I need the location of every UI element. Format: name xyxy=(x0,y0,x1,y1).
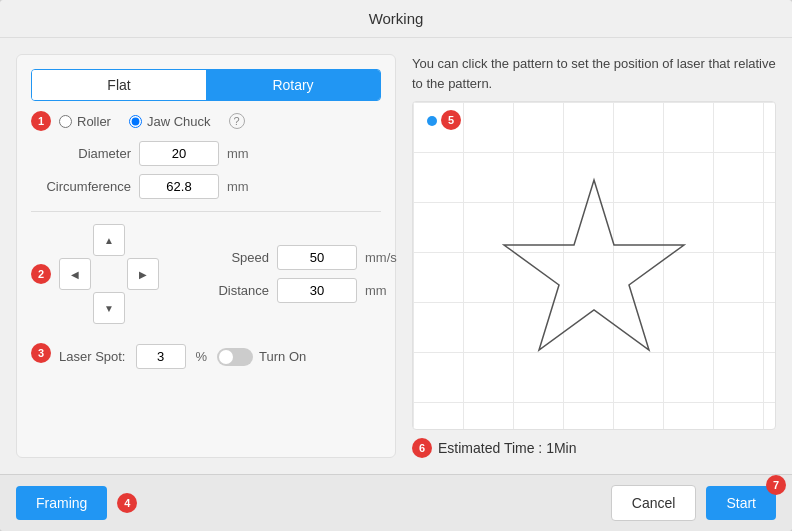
svg-marker-0 xyxy=(504,180,684,350)
jog-up-button[interactable]: ▲ xyxy=(93,224,125,256)
speed-input[interactable] xyxy=(277,245,357,270)
help-icon[interactable]: ? xyxy=(229,113,245,129)
jog-left-button[interactable]: ◀ xyxy=(59,258,91,290)
footer-right: Cancel Start 7 xyxy=(611,485,776,521)
distance-row: Distance mm xyxy=(179,278,397,303)
tab-rotary[interactable]: Rotary xyxy=(206,70,380,100)
badge-5: 5 xyxy=(441,110,461,130)
dimensions-section: Diameter mm Circumference mm xyxy=(31,141,381,199)
joystick-speed-row: 2 ▲ ◀ ▶ ▼ Speed xyxy=(31,224,381,324)
circumference-input[interactable] xyxy=(139,174,219,199)
diameter-unit: mm xyxy=(227,146,249,161)
joystick-empty-tl xyxy=(59,224,91,256)
roller-radio[interactable] xyxy=(59,115,72,128)
estimated-time: 6 Estimated Time : 1Min xyxy=(412,438,776,458)
roller-option[interactable]: Roller xyxy=(59,114,111,129)
toggle-thumb xyxy=(219,350,233,364)
laser-spot-row: 3 Laser Spot: % Turn On xyxy=(31,336,381,369)
badge-4: 4 xyxy=(117,493,137,513)
canvas-area[interactable]: 5 xyxy=(412,101,776,430)
circumference-label: Circumference xyxy=(41,179,131,194)
speed-distance: Speed mm/s Distance mm xyxy=(179,245,397,303)
left-panel: Flat Rotary 1 Roller Jaw Chuck ? Di xyxy=(16,54,396,458)
dialog-body: Flat Rotary 1 Roller Jaw Chuck ? Di xyxy=(0,38,792,474)
badge-6: 6 xyxy=(412,438,432,458)
speed-row: Speed mm/s xyxy=(179,245,397,270)
estimated-time-label: Estimated Time : 1Min xyxy=(438,440,577,456)
rotary-type-row: 1 Roller Jaw Chuck ? xyxy=(31,113,381,129)
divider-1 xyxy=(31,211,381,212)
joystick-empty-bl xyxy=(59,292,91,324)
badge-1: 1 xyxy=(31,111,51,131)
badge-7: 7 xyxy=(766,475,786,495)
speed-label: Speed xyxy=(179,250,269,265)
right-panel: You can click the pattern to set the pos… xyxy=(412,54,776,458)
jog-right-button[interactable]: ▶ xyxy=(127,258,159,290)
star-pattern[interactable] xyxy=(494,170,694,370)
toggle-label: Turn On xyxy=(259,349,306,364)
jog-down-button[interactable]: ▼ xyxy=(93,292,125,324)
diameter-input[interactable] xyxy=(139,141,219,166)
laser-spot-unit: % xyxy=(196,349,208,364)
speed-unit: mm/s xyxy=(365,250,397,265)
tab-flat[interactable]: Flat xyxy=(32,70,206,100)
working-dialog: Working Flat Rotary 1 Roller Jaw Chuck xyxy=(0,0,792,531)
jaw-chuck-option[interactable]: Jaw Chuck xyxy=(129,114,211,129)
distance-unit: mm xyxy=(365,283,387,298)
circumference-row: Circumference mm xyxy=(41,174,381,199)
badge-3: 3 xyxy=(31,343,51,363)
jaw-chuck-radio[interactable] xyxy=(129,115,142,128)
laser-spot-input[interactable] xyxy=(136,344,186,369)
footer-left: Framing 4 xyxy=(16,486,137,520)
laser-position-dot xyxy=(427,116,437,126)
distance-input[interactable] xyxy=(277,278,357,303)
tab-row: Flat Rotary xyxy=(31,69,381,101)
start-button[interactable]: Start xyxy=(706,486,776,520)
instruction-text: You can click the pattern to set the pos… xyxy=(412,54,776,93)
circumference-unit: mm xyxy=(227,179,249,194)
cancel-button[interactable]: Cancel xyxy=(611,485,697,521)
framing-button[interactable]: Framing xyxy=(16,486,107,520)
dialog-title: Working xyxy=(0,0,792,38)
joystick-empty-tr xyxy=(127,224,159,256)
joystick-empty-br xyxy=(127,292,159,324)
laser-spot-label: Laser Spot: xyxy=(59,349,126,364)
dialog-footer: Framing 4 Cancel Start 7 xyxy=(0,474,792,531)
laser-toggle[interactable]: Turn On xyxy=(217,348,306,366)
toggle-track[interactable] xyxy=(217,348,253,366)
distance-label: Distance xyxy=(179,283,269,298)
diameter-label: Diameter xyxy=(41,146,131,161)
diameter-row: Diameter mm xyxy=(41,141,381,166)
badge-2: 2 xyxy=(31,264,51,284)
joystick-center xyxy=(93,258,125,290)
joystick: ▲ ◀ ▶ ▼ xyxy=(59,224,159,324)
